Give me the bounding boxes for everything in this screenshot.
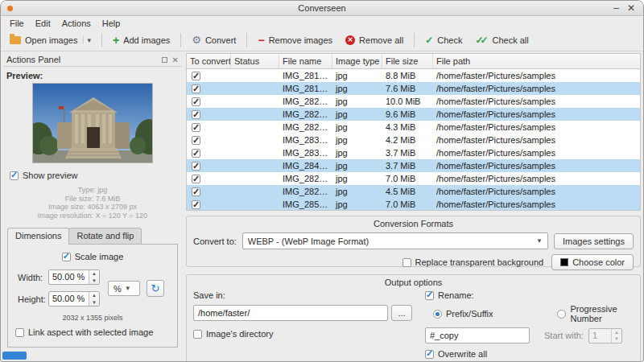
replace-transparent-checkbox[interactable]: Replace transparent background [402,257,544,267]
row-checkbox-cell[interactable] [187,69,231,82]
images-settings-button[interactable]: Images settings [554,233,634,249]
remove-all-button[interactable]: ✕ Remove all [340,33,409,47]
header-to-convert[interactable]: To convert [187,54,231,68]
menu-file[interactable]: File [4,18,30,29]
close-panel-icon[interactable]: ✕ [172,56,179,64]
row-check-icon[interactable] [192,123,200,132]
width-spin-up-icon[interactable]: ▲ [89,270,99,278]
rename-checkbox[interactable]: Rename: [425,290,634,300]
overwrite-all-checkbox[interactable]: Overwrite all [425,349,634,359]
header-file-name[interactable]: File name [279,54,332,68]
link-aspect-checkbox[interactable]: Link aspect with selected image [15,327,153,337]
scale-image-checkbox[interactable]: Scale image [8,252,177,261]
prefix-suffix-radio[interactable]: Prefix/Suffix [433,309,493,319]
row-check-icon[interactable] [192,162,200,171]
unit-combobox[interactable]: % ▼ [108,281,140,296]
table-row[interactable]: IMG_2821.jpgjpg9.6 MiB/home/faster/Pictu… [187,108,640,121]
width-spinbox[interactable]: 50.00 % ▲▼ [48,269,100,285]
images-directory-checkbox[interactable]: Image's directory [193,329,412,339]
row-file-size: 7.0 MiB [382,172,433,185]
start-with-down-icon[interactable]: ▼ [612,335,621,343]
header-image-type[interactable]: Image type [332,54,382,68]
row-checkbox-cell[interactable] [187,172,231,185]
browse-button[interactable]: ... [391,305,412,321]
row-file-name: IMG_2826.jpg [279,172,332,185]
tab-rotate-and-flip[interactable]: Rotate and flip [68,228,142,245]
replace-transparent-check-icon[interactable] [402,258,411,267]
row-check-icon[interactable] [192,97,200,106]
row-check-icon[interactable] [192,136,200,145]
progressive-number-radio-icon[interactable] [557,310,566,319]
table-row[interactable]: IMG_2849.jpgjpg3.7 MiB/home/faster/Pictu… [187,159,640,172]
row-checkbox-cell[interactable] [187,146,231,159]
choose-color-button[interactable]: Choose color [551,254,634,270]
table-row[interactable]: IMG_2815.jpgjpg7.6 MiB/home/faster/Pictu… [187,82,640,95]
start-with-spinbox[interactable]: 1 ▲▼ [588,328,622,343]
height-spinbox[interactable]: 50.00 % ▲▼ [48,291,100,306]
row-checkbox-cell[interactable] [187,159,231,172]
menu-actions[interactable]: Actions [56,18,97,29]
header-file-size[interactable]: File size [382,54,433,68]
start-with-up-icon[interactable]: ▲ [612,329,621,336]
check-all-button[interactable]: ✓✓ Check all [469,32,534,48]
save-path-input[interactable]: /home/faster/ [193,305,388,321]
table-row[interactable]: IMG_2816.jpgjpg8.8 MiB/home/faster/Pictu… [187,69,640,82]
row-checkbox-cell[interactable] [187,134,231,146]
row-checkbox-cell[interactable] [187,95,231,108]
height-spin-down-icon[interactable]: ▼ [89,299,99,306]
row-file-name: IMG_2816.jpg [279,69,332,82]
row-check-icon[interactable] [192,187,200,196]
images-directory-check-icon[interactable] [193,330,202,339]
overwrite-all-check-icon[interactable] [425,350,434,359]
rename-check-icon[interactable] [425,291,434,300]
scale-image-check-icon[interactable] [62,253,71,261]
link-aspect-label: Link aspect with selected image [28,327,153,337]
header-status[interactable]: Status [231,54,279,68]
row-check-icon[interactable] [192,200,200,209]
row-check-icon[interactable] [192,72,200,80]
convert-button[interactable]: ⚙ Convert [186,33,242,47]
float-panel-icon[interactable] [162,57,167,63]
row-checkbox-cell[interactable] [187,108,231,121]
row-status [231,134,279,146]
link-aspect-check-icon[interactable] [15,328,24,337]
check-button[interactable]: ✓ Check [419,32,468,48]
table-row[interactable]: IMG_2828.jpgjpg4.3 MiB/home/faster/Pictu… [187,121,640,134]
format-combobox[interactable]: WEBP - (WebP Image Format) ▼ [242,232,548,249]
menu-help[interactable]: Help [97,18,126,29]
table-row[interactable]: IMG_2820.jpgjpg10.0 MiB/home/faster/Pict… [187,95,640,108]
show-preview-checkbox[interactable]: Show preview [10,171,182,180]
check-icon: ✓ [425,35,433,46]
progressive-number-radio[interactable]: Progressive Number [557,304,634,323]
table-row[interactable]: IMG_2832.jpgjpg4.2 MiB/home/faster/Pictu… [187,134,640,146]
width-spin-down-icon[interactable]: ▼ [89,278,99,285]
open-images-button[interactable]: Open images ▾ [4,33,97,47]
row-checkbox-cell[interactable] [187,198,231,211]
table-row[interactable]: IMG_2826-M...jpg4.5 MiB/home/faster/Pict… [187,185,640,198]
row-check-icon[interactable] [192,84,200,93]
main-content: Actions Panel ✕ Preview: [1,51,643,361]
reset-dimensions-button[interactable]: ↻ [147,280,164,297]
show-preview-check-icon[interactable] [10,171,19,180]
row-checkbox-cell[interactable] [187,82,231,95]
prefix-suffix-radio-icon[interactable] [433,310,442,319]
tab-dimensions[interactable]: Dimensions [7,228,69,245]
table-row[interactable]: IMG_2826.jpgjpg7.0 MiB/home/faster/Pictu… [187,172,640,185]
row-check-icon[interactable] [192,110,200,119]
menu-edit[interactable]: Edit [30,18,56,29]
table-row[interactable]: IMG_2835.jpgjpg3.7 MiB/home/faster/Pictu… [187,146,640,159]
row-file-path: /home/faster/Pictures/samples [433,185,640,198]
open-images-dropdown-icon[interactable]: ▾ [83,36,91,44]
table-row[interactable]: IMG_2854-2.j...jpg7.0 MiB/home/faster/Pi… [187,198,640,211]
row-check-icon[interactable] [192,175,200,183]
add-images-button[interactable]: + Add images [107,33,175,47]
row-checkbox-cell[interactable] [187,121,231,134]
remove-images-button[interactable]: − Remove images [252,33,338,47]
height-spin-up-icon[interactable]: ▲ [89,292,99,299]
header-file-path[interactable]: File path [433,54,640,68]
row-status [231,95,279,108]
check-all-label: Check all [493,35,529,45]
rename-pattern-input[interactable]: #_copy [425,327,530,343]
row-checkbox-cell[interactable] [187,185,231,198]
row-check-icon[interactable] [192,149,200,158]
